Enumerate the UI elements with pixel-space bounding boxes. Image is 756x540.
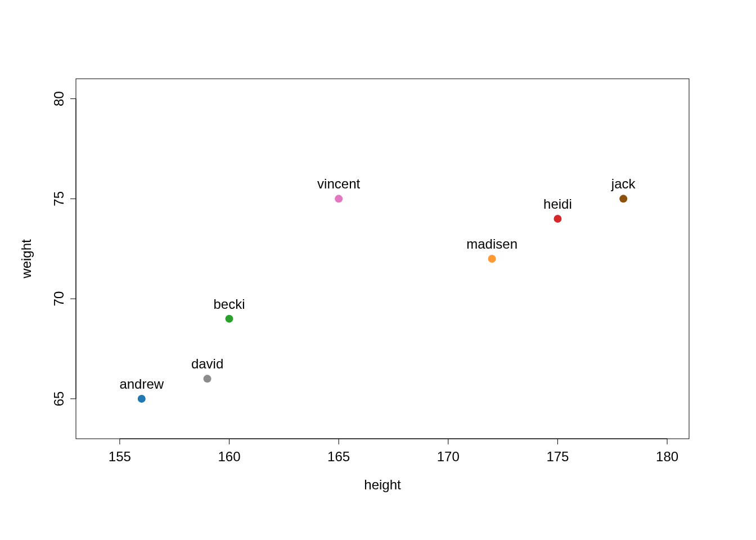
data-point-label: madisen	[466, 236, 518, 251]
data-point-label: becki	[213, 296, 245, 312]
data-point-label: david	[191, 356, 223, 371]
y-tick-label: 75	[51, 191, 66, 206]
chart-container: 15516016517017518065707580heightweightan…	[0, 0, 756, 540]
x-tick-label: 155	[109, 449, 131, 464]
data-point-label: vincent	[317, 176, 360, 191]
x-tick-label: 160	[218, 449, 240, 464]
x-tick-label: 170	[437, 449, 460, 464]
data-point	[554, 215, 561, 223]
data-point	[619, 195, 627, 202]
y-tick-label: 80	[51, 91, 66, 106]
x-tick-label: 180	[656, 449, 678, 464]
x-axis-title: height	[364, 477, 401, 492]
x-tick-label: 175	[546, 449, 569, 464]
data-point-label: jack	[611, 176, 636, 191]
scatter-chart: 15516016517017518065707580heightweightan…	[0, 0, 756, 540]
data-point	[204, 375, 212, 382]
x-tick-label: 165	[327, 449, 350, 464]
data-point	[335, 195, 343, 202]
plot-frame	[76, 79, 689, 439]
data-point	[488, 255, 496, 263]
y-tick-label: 70	[51, 291, 66, 307]
y-tick-label: 65	[51, 392, 66, 407]
data-point	[138, 395, 146, 403]
data-point-label: andrew	[119, 376, 164, 392]
y-axis-title: weight	[19, 239, 34, 279]
data-point-label: heidi	[543, 196, 572, 212]
data-point	[226, 315, 233, 323]
